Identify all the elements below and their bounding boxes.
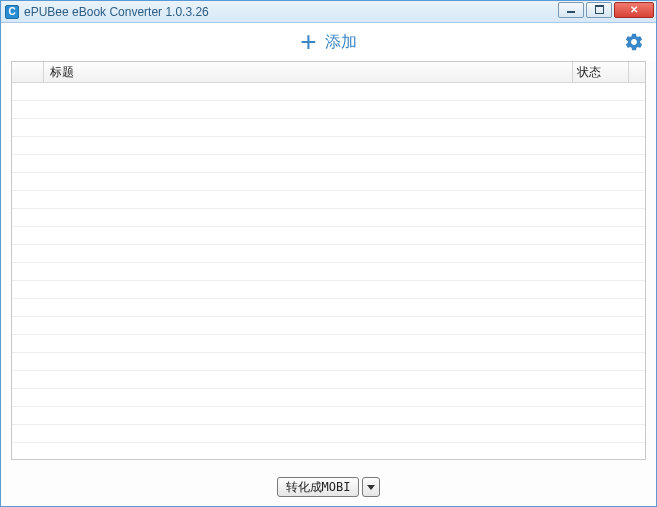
convert-dropdown-button[interactable] xyxy=(362,477,380,497)
settings-button[interactable] xyxy=(624,32,644,52)
toolbar: + 添加 xyxy=(1,23,656,61)
app-icon: C xyxy=(5,5,19,19)
table-row xyxy=(12,425,645,443)
app-window: C ePUBee eBook Converter 1.0.3.26 + 添加 标… xyxy=(0,0,657,507)
file-table: 标题 状态 xyxy=(11,61,646,460)
maximize-button[interactable] xyxy=(586,2,612,18)
table-header: 标题 状态 xyxy=(12,62,645,83)
convert-group: 转化成MOBI xyxy=(277,477,381,497)
table-row xyxy=(12,245,645,263)
table-row xyxy=(12,137,645,155)
bottom-bar: 转化成MOBI xyxy=(1,468,656,506)
column-header-status[interactable]: 状态 xyxy=(573,62,629,82)
table-row xyxy=(12,443,645,459)
close-button[interactable] xyxy=(614,2,654,18)
minimize-button[interactable] xyxy=(558,2,584,18)
table-row xyxy=(12,263,645,281)
table-row xyxy=(12,83,645,101)
table-row xyxy=(12,191,645,209)
column-header-spacer xyxy=(629,62,645,82)
add-button-label: 添加 xyxy=(325,32,357,53)
table-row xyxy=(12,227,645,245)
table-row xyxy=(12,371,645,389)
window-controls xyxy=(556,2,654,20)
table-body[interactable] xyxy=(12,83,645,459)
column-header-number[interactable] xyxy=(12,62,44,82)
add-button[interactable]: + 添加 xyxy=(300,28,356,56)
gear-icon xyxy=(624,32,644,52)
table-row xyxy=(12,281,645,299)
table-row xyxy=(12,299,645,317)
table-row xyxy=(12,407,645,425)
table-row xyxy=(12,353,645,371)
convert-button[interactable]: 转化成MOBI xyxy=(277,477,360,497)
table-row xyxy=(12,389,645,407)
table-row xyxy=(12,155,645,173)
table-row xyxy=(12,101,645,119)
titlebar: C ePUBee eBook Converter 1.0.3.26 xyxy=(1,1,656,23)
window-title: ePUBee eBook Converter 1.0.3.26 xyxy=(24,5,556,19)
table-row xyxy=(12,173,645,191)
table-row xyxy=(12,335,645,353)
table-row xyxy=(12,317,645,335)
table-row xyxy=(12,119,645,137)
column-header-title[interactable]: 标题 xyxy=(44,62,573,82)
table-row xyxy=(12,209,645,227)
plus-icon: + xyxy=(300,28,316,56)
